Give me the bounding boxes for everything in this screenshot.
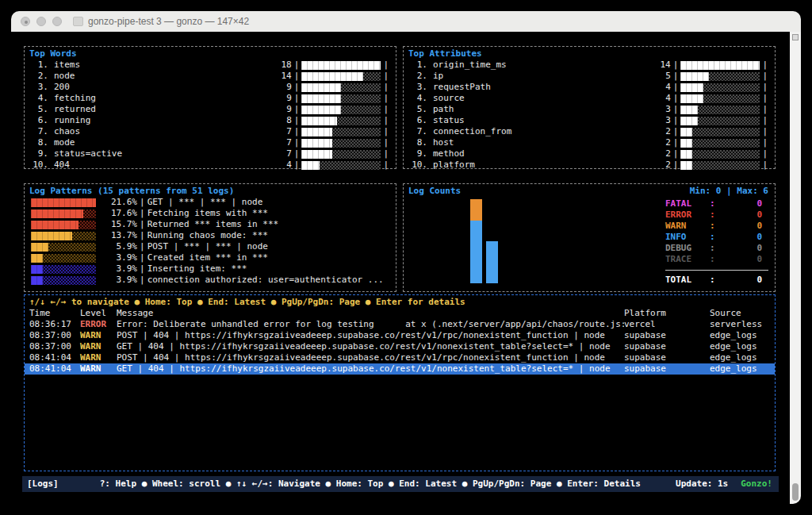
log-source: edge_logs: [710, 330, 770, 341]
top-word-row: 2.node14||: [29, 71, 391, 82]
item-count: 3: [649, 115, 671, 126]
item-bar-fill: [680, 83, 703, 92]
bar-left-pipe: |: [292, 93, 302, 104]
log-time: 08:41:04: [29, 363, 80, 375]
bar-right-pipe: |: [760, 137, 770, 148]
item-label: 200: [48, 82, 270, 93]
log-counts-panel[interactable]: Log Counts Min: 0 | Max: 6 FATAL:0ERROR:…: [403, 183, 776, 292]
pattern-row[interactable]: 17.6%|Fetching items with ***: [29, 208, 391, 219]
log-source: serverless: [710, 319, 770, 330]
item-count: 2: [649, 148, 671, 159]
item-bar-fill: [301, 161, 319, 170]
top-attribute-row: 6.status3||: [408, 115, 770, 126]
bar-right-pipe: |: [381, 137, 391, 148]
pattern-pipe: |: [137, 241, 147, 252]
pattern-pipe: |: [137, 208, 147, 219]
top-attributes-panel[interactable]: Top Attributes 1.origin_time_ms14||2.ip5…: [403, 46, 776, 169]
log-platform: supabase: [624, 330, 710, 341]
bar-right-pipe: |: [381, 71, 391, 82]
top-attribute-row: 10.platform2||: [408, 159, 770, 171]
pattern-row[interactable]: 21.6%|GET | *** | *** | node: [29, 197, 391, 208]
pattern-row[interactable]: 3.9%|Inserting item: ***: [29, 263, 391, 275]
bar-right-pipe: |: [381, 82, 391, 93]
top-words-panel[interactable]: Top Words 1.items18||2.node14||3.2009||4…: [24, 46, 396, 169]
log-time: 08:37:00: [29, 341, 80, 352]
item-bar: [680, 61, 760, 70]
scrollbar-thumb[interactable]: [792, 483, 799, 501]
pattern-bar: [31, 209, 96, 218]
log-row[interactable]: 08:41:04WARNGET | 404 | https://ifhykrsg…: [25, 363, 775, 375]
item-bar: [301, 150, 381, 159]
top-words-title: Top Words: [29, 48, 391, 60]
item-rank: 7.: [29, 126, 48, 137]
item-rank: 9.: [408, 148, 427, 159]
item-count: 7: [270, 148, 292, 159]
log-row[interactable]: 08:37:00WARNPOST | 404 | https://ifhykrs…: [25, 330, 775, 341]
item-bar: [301, 72, 381, 81]
pattern-percent: 3.9%: [96, 275, 137, 286]
bar-right-pipe: |: [760, 93, 770, 104]
legend-row-debug: DEBUG:0: [665, 243, 768, 254]
item-bar-fill: [680, 94, 703, 103]
bar-right-pipe: |: [760, 82, 770, 93]
item-bar-fill: [301, 117, 336, 125]
minimize-button[interactable]: [36, 17, 46, 26]
item-bar: [301, 61, 381, 70]
legend-value: 0: [719, 209, 768, 221]
item-rank: 2.: [408, 71, 427, 82]
scrollbar-track[interactable]: [790, 32, 801, 504]
legend-colon: :: [710, 254, 719, 265]
count-bar-segment-warn: [470, 199, 482, 221]
log-platform: supabase: [624, 352, 710, 363]
col-source: Source: [710, 308, 770, 319]
legend-row-error: ERROR:0: [665, 209, 768, 221]
item-rank: 9.: [29, 148, 48, 159]
pattern-row[interactable]: 3.9%|Created item *** in ***: [29, 252, 391, 263]
log-message: Error: Deliberate unhandled error for lo…: [117, 319, 624, 330]
pattern-row[interactable]: 15.7%|Returned *** items in ***: [29, 219, 391, 230]
pattern-row[interactable]: 3.9%|connection authorized: user=authent…: [29, 275, 391, 286]
log-message: GET | 404 | https://ifhykrsgzaiiveadeeep…: [117, 341, 624, 352]
log-row[interactable]: 08:37:00WARNGET | 404 | https://ifhykrsg…: [25, 341, 775, 352]
item-count: 2: [649, 137, 671, 148]
bar-left-pipe: |: [292, 126, 302, 137]
pattern-text: POST | *** | *** | node: [147, 241, 391, 252]
log-patterns-panel[interactable]: Log Patterns (15 patterns from 51 logs) …: [24, 183, 396, 292]
top-attribute-row: 5.path3||: [408, 104, 770, 115]
item-label: status=active: [48, 148, 270, 159]
pattern-percent: 3.9%: [96, 263, 137, 275]
log-message: GET | 404 | https://ifhykrsgzaiiveadeeep…: [117, 363, 624, 375]
log-row[interactable]: 08:41:04WARNPOST | 404 | https://ifhykrs…: [25, 352, 775, 363]
bar-right-pipe: |: [381, 93, 391, 104]
pattern-text: GET | *** | *** | node: [147, 197, 391, 208]
logs-panel[interactable]: ↑/↓ ←/→ to navigate ● Home: Top ● End: L…: [24, 294, 776, 471]
item-bar-fill: [301, 94, 341, 103]
pattern-bar: [31, 265, 96, 274]
log-counts-minmax: Min: 0 | Max: 6: [690, 186, 768, 197]
legend-label: WARN: [665, 221, 710, 232]
log-patterns-title: Log Patterns (15 patterns from 51 logs): [29, 186, 391, 197]
top-attribute-row: 3.requestPath4||: [408, 82, 770, 93]
scrollbar-top-icon[interactable]: [792, 34, 799, 40]
log-platform: supabase: [624, 341, 710, 352]
item-count: 14: [270, 71, 292, 82]
pattern-bar-fill: [31, 209, 83, 218]
close-button[interactable]: [21, 17, 30, 26]
top-word-row: 6.running8||: [29, 115, 391, 126]
pattern-row[interactable]: 13.7%|Running chaos mode: ***: [29, 230, 391, 241]
pattern-row[interactable]: 5.9%|POST | *** | *** | node: [29, 241, 391, 252]
item-count: 9: [270, 104, 292, 115]
log-row[interactable]: 08:36:17ERRORError: Deliberate unhandled…: [25, 319, 775, 330]
total-label: TOTAL: [665, 275, 710, 286]
pattern-pipe: |: [137, 197, 147, 208]
item-count: 18: [270, 60, 292, 71]
legend-value: 0: [719, 254, 768, 265]
bar-left-pipe: |: [671, 93, 681, 104]
top-attribute-row: 7.connection_from2||: [408, 126, 770, 137]
legend-row-trace: TRACE:0: [665, 254, 768, 265]
log-source: edge_logs: [710, 352, 770, 363]
zoom-button[interactable]: [52, 17, 62, 26]
item-bar-fill: [680, 139, 691, 148]
item-label: running: [48, 115, 270, 126]
titlebar[interactable]: gonzo-pipe-test 3 — gonzo — 147×42: [11, 11, 801, 32]
